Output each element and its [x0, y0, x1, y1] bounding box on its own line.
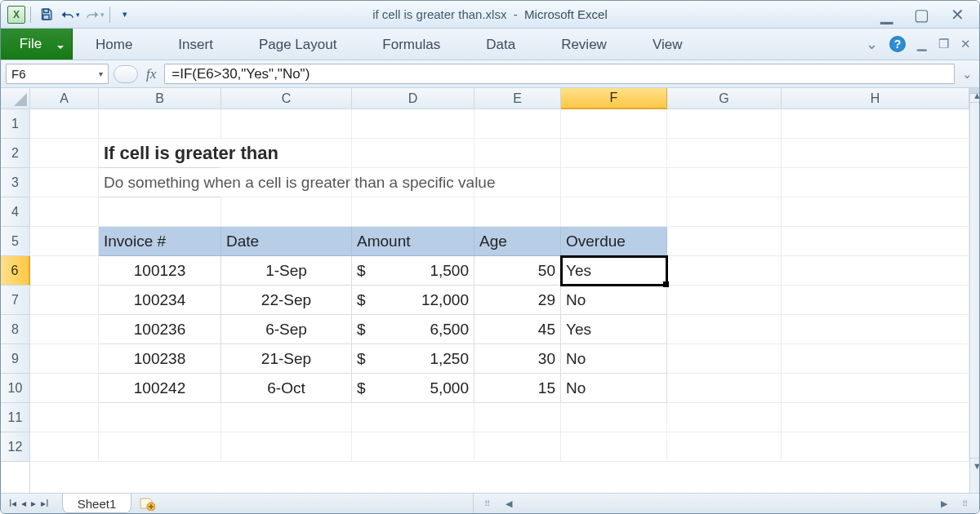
tab-review[interactable]: Review: [538, 29, 630, 60]
empty-cell[interactable]: [30, 344, 99, 374]
empty-cell[interactable]: [782, 109, 969, 139]
tab-nav-prev[interactable]: ◂: [20, 498, 28, 509]
empty-cell[interactable]: [782, 197, 969, 227]
cell-invoice[interactable]: 100242: [99, 374, 221, 403]
row-header-5[interactable]: 5: [1, 227, 29, 256]
empty-cell[interactable]: [561, 139, 667, 168]
empty-cell[interactable]: [474, 168, 561, 197]
cell-invoice[interactable]: 100123: [99, 256, 221, 286]
empty-cell[interactable]: [30, 109, 99, 139]
insert-function-button[interactable]: fx: [143, 66, 159, 82]
cell-invoice[interactable]: 100236: [99, 315, 221, 344]
empty-cell[interactable]: [352, 403, 474, 432]
cell-age[interactable]: 30: [474, 344, 561, 374]
vertical-scrollbar[interactable]: ▲ ▼: [969, 88, 979, 493]
cell-amount[interactable]: $12,000: [352, 286, 474, 315]
col-header-B[interactable]: B: [99, 88, 221, 109]
empty-cell[interactable]: [782, 315, 969, 344]
workbook-close-button[interactable]: ✕: [960, 37, 971, 51]
empty-cell[interactable]: [667, 197, 782, 227]
table-header[interactable]: Date: [221, 227, 352, 256]
empty-cell[interactable]: [667, 374, 782, 403]
cell-date[interactable]: 21-Sep: [221, 344, 352, 374]
col-header-H[interactable]: H: [782, 88, 969, 109]
table-header[interactable]: Invoice #: [99, 227, 221, 256]
row-header-10[interactable]: 10: [1, 374, 29, 403]
empty-cell[interactable]: [30, 139, 99, 168]
empty-cell[interactable]: [667, 315, 782, 344]
cell-overdue[interactable]: Yes: [561, 256, 667, 286]
tab-page-layout[interactable]: Page Layout: [236, 29, 359, 60]
empty-cell[interactable]: [667, 256, 782, 286]
row-header-8[interactable]: 8: [1, 315, 29, 344]
empty-cell[interactable]: [667, 344, 782, 374]
undo-button[interactable]: ▾: [60, 6, 80, 24]
empty-cell[interactable]: [221, 139, 352, 168]
col-header-C[interactable]: C: [221, 88, 352, 109]
empty-cell[interactable]: [667, 432, 782, 462]
row-header-9[interactable]: 9: [1, 344, 29, 374]
cell-amount[interactable]: $1,500: [352, 256, 474, 286]
empty-cell[interactable]: [474, 432, 561, 462]
scroll-right-button[interactable]: ▶: [937, 498, 951, 509]
qat-customize-button[interactable]: ▾: [115, 6, 135, 24]
empty-cell[interactable]: [30, 227, 99, 256]
row-header-11[interactable]: 11: [1, 403, 29, 432]
empty-cell[interactable]: [30, 256, 99, 286]
col-header-E[interactable]: E: [474, 88, 561, 109]
empty-cell[interactable]: [561, 403, 667, 432]
empty-cell[interactable]: [30, 432, 99, 462]
cell-amount[interactable]: $5,000: [352, 374, 474, 403]
empty-cell[interactable]: [99, 432, 221, 462]
empty-cell[interactable]: [782, 432, 969, 462]
file-tab[interactable]: File: [1, 29, 73, 60]
new-sheet-button[interactable]: [136, 494, 158, 513]
hscroll-track[interactable]: [516, 494, 937, 513]
empty-cell[interactable]: [561, 109, 667, 139]
col-header-G[interactable]: G: [667, 88, 782, 109]
subtitle-cell[interactable]: Do something when a cell is greater than…: [99, 168, 221, 197]
table-header[interactable]: Age: [474, 227, 561, 256]
empty-cell[interactable]: [474, 109, 561, 139]
cell-overdue[interactable]: Yes: [561, 315, 667, 344]
workbook-minimize-button[interactable]: ▁: [917, 37, 927, 51]
cell-grid[interactable]: If cell is greater thanDo something when…: [30, 109, 969, 493]
cell-date[interactable]: 6-Oct: [221, 374, 352, 403]
empty-cell[interactable]: [667, 139, 782, 168]
select-all-corner[interactable]: [1, 88, 30, 109]
empty-cell[interactable]: [352, 168, 474, 197]
empty-cell[interactable]: [30, 197, 99, 227]
empty-cell[interactable]: [99, 109, 221, 139]
empty-cell[interactable]: [782, 374, 969, 403]
tab-split-handle[interactable]: ⠿: [474, 499, 501, 508]
excel-app-icon[interactable]: [7, 6, 25, 24]
cell-age[interactable]: 45: [474, 315, 561, 344]
name-box-dropdown-icon[interactable]: ▾: [99, 69, 103, 78]
scroll-down-button[interactable]: ▼: [970, 458, 979, 472]
col-header-A[interactable]: A: [30, 88, 99, 109]
cell-age[interactable]: 15: [474, 374, 561, 403]
cell-age[interactable]: 50: [474, 256, 561, 286]
empty-cell[interactable]: [782, 168, 969, 197]
tab-data[interactable]: Data: [463, 29, 538, 60]
formula-bar-expand-icon[interactable]: ⌄: [960, 67, 974, 82]
empty-cell[interactable]: [561, 432, 667, 462]
empty-cell[interactable]: [782, 403, 969, 432]
empty-cell[interactable]: [30, 286, 99, 315]
tab-nav-next[interactable]: ▸: [29, 498, 38, 509]
workbook-restore-button[interactable]: ❐: [938, 37, 949, 51]
minimize-button[interactable]: ▁: [880, 7, 893, 23]
col-header-D[interactable]: D: [352, 88, 474, 109]
close-button[interactable]: ✕: [951, 7, 964, 23]
row-header-12[interactable]: 12: [1, 432, 29, 462]
ribbon-minimize-icon[interactable]: ⌄: [866, 35, 878, 53]
name-box[interactable]: F6 ▾: [6, 64, 109, 84]
empty-cell[interactable]: [474, 139, 561, 168]
empty-cell[interactable]: [221, 403, 352, 432]
empty-cell[interactable]: [474, 197, 561, 227]
maximize-button[interactable]: ▢: [914, 7, 929, 23]
empty-cell[interactable]: [667, 286, 782, 315]
cell-overdue[interactable]: No: [561, 344, 667, 374]
cell-date[interactable]: 1-Sep: [221, 256, 352, 286]
row-header-2[interactable]: 2: [1, 139, 29, 168]
